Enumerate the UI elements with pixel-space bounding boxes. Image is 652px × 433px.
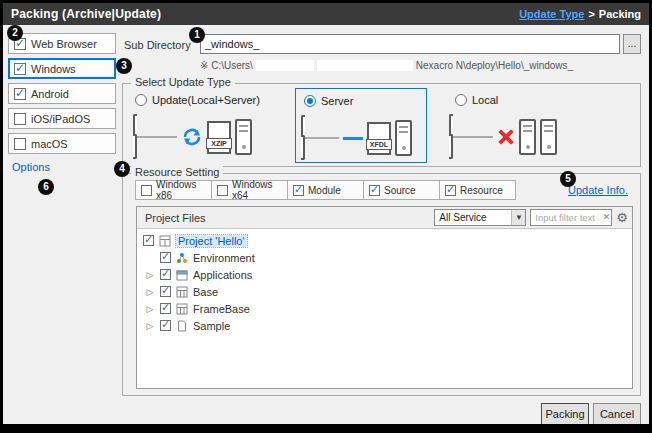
annotation-badge-5: 5	[560, 171, 576, 187]
deploy-path-prefix: ※ C:\Users\	[200, 60, 253, 71]
tree-item-project-hello[interactable]: Project 'Hello'	[137, 232, 632, 249]
module-checkbox[interactable]	[293, 185, 304, 196]
sample-checkbox[interactable]	[160, 320, 171, 331]
breadcrumb-update-type-link[interactable]: Update Type	[519, 8, 584, 20]
breadcrumb-current: Packing	[599, 8, 641, 20]
update-local-server-radio[interactable]	[135, 94, 147, 106]
windows-x86-checkbox[interactable]	[141, 185, 152, 196]
service-filter-dropdown[interactable]: All Service ▼	[434, 209, 526, 226]
client-monitor-icon	[133, 118, 177, 156]
annotation-badge-6: 6	[38, 179, 54, 195]
update-type-option-local[interactable]: Local	[455, 94, 498, 106]
windows-checkbox[interactable]	[14, 63, 26, 75]
update-type-option-update-local-server[interactable]: Update(Local+Server)	[135, 94, 260, 106]
sub-directory-label: Sub Directory	[124, 39, 191, 51]
resource-option-source[interactable]: Source	[363, 180, 440, 200]
sidebar-item-android[interactable]: Android	[8, 83, 116, 104]
checkbox-label: Module	[308, 185, 341, 196]
project-files-title: Project Files	[145, 212, 206, 224]
checkbox-label: Windows x86	[156, 179, 211, 201]
tree-item-framebase[interactable]: ▷ FrameBase	[137, 300, 632, 317]
cancel-button[interactable]: Cancel	[593, 403, 641, 425]
filter-text-input[interactable]	[530, 209, 612, 226]
packing-button[interactable]: Packing	[541, 403, 589, 425]
sidebar-item-label: Android	[31, 88, 69, 100]
update-info-link[interactable]: Update Info.	[568, 184, 628, 196]
checkbox-label: Source	[384, 185, 416, 196]
tree-item-label: Applications	[193, 269, 252, 281]
server-tower-icon	[519, 119, 536, 155]
local-radio[interactable]	[455, 94, 467, 106]
sidebar-item-macos[interactable]: macOS	[8, 133, 116, 154]
module-icon	[176, 286, 188, 298]
update-type-option-server[interactable]: Server	[304, 95, 353, 107]
source-checkbox[interactable]	[369, 185, 380, 196]
xzip-file-icon: XZIP	[207, 121, 231, 154]
chevron-down-icon[interactable]: ▼	[511, 210, 525, 225]
client-monitor-icon	[449, 118, 493, 156]
no-connection-x-icon	[497, 128, 515, 146]
deploy-path-suffix: Nexacro N\deploy\Hello\_windows_	[416, 60, 573, 71]
gear-icon[interactable]: ⚙	[616, 211, 628, 225]
server-option-selected-box[interactable]: Server XFDL	[295, 88, 427, 163]
annotation-badge-1: 1	[189, 27, 205, 43]
project-files-panel: Project Files All Service ▼ ✕ ⚙	[136, 206, 633, 389]
browse-button[interactable]: ...	[623, 34, 641, 54]
tree-item-base[interactable]: ▷ Base	[137, 283, 632, 300]
framebase-checkbox[interactable]	[160, 303, 171, 314]
service-filter-value: All Service	[439, 212, 486, 223]
sidebar-item-windows[interactable]: Windows	[8, 58, 116, 79]
expand-arrow-icon[interactable]: ▷	[145, 304, 155, 314]
clear-filter-icon[interactable]: ✕	[603, 211, 611, 223]
radio-label: Local	[472, 94, 498, 106]
resource-option-windows-x64[interactable]: Windows x64	[211, 180, 288, 200]
file-icon	[176, 320, 188, 332]
applications-checkbox[interactable]	[160, 269, 171, 280]
xfdl-file-icon: XFDL	[367, 122, 391, 155]
server-radio[interactable]	[304, 95, 316, 107]
sidebar-item-label: Windows	[31, 63, 76, 75]
sidebar-item-ios-ipados[interactable]: iOS/iPadOS	[8, 108, 116, 129]
ios-checkbox[interactable]	[14, 113, 26, 125]
resource-checkbox[interactable]	[445, 185, 456, 196]
expand-arrow-icon[interactable]: ▷	[145, 321, 155, 331]
tree-item-environment[interactable]: ▷ Environment	[137, 249, 632, 266]
radio-label: Update(Local+Server)	[152, 94, 260, 106]
options-link[interactable]: Options	[12, 161, 50, 173]
resource-option-module[interactable]: Module	[287, 180, 364, 200]
tree-item-sample[interactable]: ▷ Sample	[137, 317, 632, 334]
resource-option-windows-x86[interactable]: Windows x86	[135, 180, 212, 200]
applications-icon	[176, 269, 188, 281]
tree-item-applications[interactable]: ▷ Applications	[137, 266, 632, 283]
project-hello-checkbox[interactable]	[143, 235, 154, 246]
sub-directory-input[interactable]	[200, 34, 620, 54]
breadcrumb-separator: >	[588, 8, 594, 20]
android-checkbox[interactable]	[14, 88, 26, 100]
server-tower-icon	[235, 119, 252, 155]
redacted-block	[317, 60, 413, 71]
checkbox-label: Windows x64	[232, 179, 287, 201]
deploy-path-note: ※ C:\Users\ Nexacro N\deploy\Hello\_wind…	[200, 60, 573, 71]
local-diagram	[449, 118, 557, 156]
expand-arrow-icon[interactable]: ▷	[145, 270, 155, 280]
expand-arrow-icon[interactable]: ▷	[145, 287, 155, 297]
select-update-type-group: Select Update Type Update(Local+Server) …	[122, 83, 641, 167]
annotation-badge-2: 2	[7, 25, 23, 41]
sidebar-item-web-browser[interactable]: Web Browser	[8, 33, 116, 54]
packing-dialog: Packing (Archive|Update) Update Type > P…	[0, 0, 652, 433]
project-icon	[159, 235, 171, 247]
server-tower-icon	[395, 120, 412, 156]
macos-checkbox[interactable]	[14, 138, 26, 150]
windows-x64-checkbox[interactable]	[217, 185, 228, 196]
tree-item-label: FrameBase	[193, 303, 250, 315]
connection-line-icon	[343, 137, 363, 140]
tree-item-label: Base	[193, 286, 218, 298]
tree-item-label: Sample	[193, 320, 230, 332]
sidebar-item-label: Web Browser	[31, 38, 97, 50]
project-files-tree: Project 'Hello' ▷ Environment ▷	[137, 229, 632, 334]
base-checkbox[interactable]	[160, 286, 171, 297]
resource-option-resource[interactable]: Resource	[439, 180, 516, 200]
environment-checkbox[interactable]	[160, 252, 171, 263]
tree-item-label: Environment	[193, 252, 255, 264]
group-label: Resource Setting	[131, 166, 223, 178]
